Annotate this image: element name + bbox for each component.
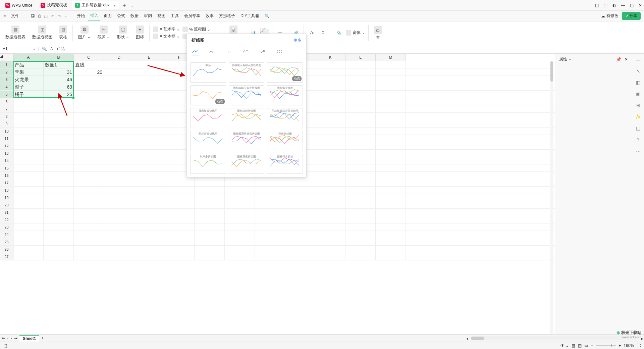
cell[interactable]	[164, 223, 195, 231]
cell[interactable]	[134, 246, 164, 253]
cell[interactable]	[134, 98, 164, 105]
cell[interactable]	[376, 238, 406, 245]
cell[interactable]	[104, 164, 134, 171]
screenshot-button[interactable]: ✂截屏 ⌄	[95, 25, 112, 41]
cell[interactable]	[255, 194, 285, 201]
cell[interactable]	[315, 120, 345, 127]
chart-thumbnail[interactable]: 展示多折线图	[190, 154, 226, 174]
reading-view-icon[interactable]: ▭	[584, 343, 588, 348]
tab-workbook[interactable]: S工作簿数量.xlsx●	[72, 1, 119, 9]
cell[interactable]	[345, 201, 376, 208]
cell[interactable]	[315, 216, 345, 223]
row-header[interactable]: 13	[0, 150, 13, 157]
cell[interactable]	[345, 142, 376, 149]
cell[interactable]	[74, 194, 104, 201]
cell[interactable]	[134, 179, 164, 186]
cell[interactable]	[74, 238, 104, 245]
cell[interactable]	[74, 201, 104, 208]
cell[interactable]	[44, 216, 74, 223]
cell[interactable]	[345, 61, 376, 68]
cell[interactable]	[195, 209, 225, 216]
cell[interactable]	[74, 164, 104, 171]
cell[interactable]	[195, 253, 225, 260]
attachment-icon[interactable]: 📎	[334, 29, 343, 37]
menu-view[interactable]: 视图	[155, 12, 167, 20]
cell[interactable]	[345, 76, 376, 83]
cell[interactable]	[225, 223, 255, 231]
style-icon[interactable]: ◧	[636, 80, 640, 85]
pin-icon[interactable]: 📌	[616, 57, 621, 62]
fx-side-icon[interactable]: ⊞	[636, 103, 640, 108]
cell[interactable]	[225, 194, 255, 201]
cell[interactable]	[13, 231, 44, 238]
save-icon[interactable]: 🖫	[31, 14, 35, 18]
cell[interactable]	[376, 223, 406, 231]
cell[interactable]: 20	[74, 68, 104, 76]
avatar-icon[interactable]: ◐	[612, 3, 616, 8]
collapse-icon[interactable]: —	[636, 57, 641, 62]
cell[interactable]	[44, 105, 74, 112]
cell[interactable]	[285, 238, 315, 245]
cell[interactable]	[13, 142, 44, 149]
col-header[interactable]: M	[376, 54, 406, 61]
cell[interactable]	[44, 98, 74, 105]
cell[interactable]	[104, 98, 134, 105]
cell[interactable]	[134, 105, 164, 112]
cell[interactable]	[104, 223, 134, 231]
cell[interactable]	[164, 246, 195, 253]
cell[interactable]	[376, 194, 406, 201]
chart-thumbnail[interactable]: 单品	[190, 62, 226, 83]
cell[interactable]	[376, 172, 406, 179]
maximize-icon[interactable]: ▢	[630, 3, 634, 8]
cell[interactable]	[74, 179, 104, 186]
sheet-tab[interactable]: Sheet1	[19, 335, 39, 342]
fx-icon[interactable]: fx	[50, 47, 53, 51]
chart-thumbnail[interactable]: 图标得分折线	[267, 154, 303, 174]
cell[interactable]	[74, 135, 104, 142]
cell[interactable]	[376, 113, 406, 120]
cell[interactable]	[134, 231, 164, 238]
cell[interactable]	[13, 98, 44, 105]
cell[interactable]	[345, 179, 376, 186]
cell[interactable]	[164, 231, 195, 238]
cell[interactable]	[44, 150, 74, 157]
cell[interactable]	[13, 238, 44, 245]
line-type-step-icon[interactable]	[225, 48, 232, 55]
cell[interactable]	[255, 238, 285, 245]
cell[interactable]	[44, 142, 74, 149]
cell[interactable]	[376, 135, 406, 142]
menu-diy[interactable]: DIY工具箱	[238, 12, 261, 20]
cell[interactable]: 直线	[74, 61, 104, 68]
line-type-multi-icon[interactable]	[259, 48, 266, 55]
cell[interactable]	[104, 172, 134, 179]
cell[interactable]	[74, 253, 104, 260]
cell[interactable]	[13, 105, 44, 112]
row-header[interactable]: 19	[0, 194, 13, 201]
cell[interactable]	[104, 253, 134, 260]
cell[interactable]	[44, 187, 74, 194]
cell[interactable]	[104, 68, 134, 76]
cell[interactable]	[255, 216, 285, 223]
print-icon[interactable]: ⎙	[38, 14, 41, 18]
row-header[interactable]: 18	[0, 187, 13, 194]
cell[interactable]	[74, 209, 104, 216]
menu-data[interactable]: 数据	[128, 12, 141, 20]
cell[interactable]: 橘子	[13, 91, 44, 98]
layer-icon[interactable]: ▣	[636, 91, 640, 97]
cell[interactable]	[315, 157, 345, 164]
cell[interactable]	[74, 113, 104, 120]
cell[interactable]	[134, 209, 164, 216]
zoom-out-icon[interactable]: −	[591, 343, 593, 348]
cell[interactable]	[134, 91, 164, 98]
cell[interactable]	[134, 238, 164, 245]
more-icon[interactable]: ⋯	[636, 149, 641, 154]
cell[interactable]	[315, 128, 345, 135]
cell[interactable]	[44, 201, 74, 208]
cell[interactable]	[195, 187, 225, 194]
cell[interactable]	[315, 61, 345, 68]
cell[interactable]	[345, 164, 376, 171]
cell[interactable]	[225, 231, 255, 238]
cell[interactable]	[315, 91, 345, 98]
cell[interactable]	[315, 231, 345, 238]
row-header[interactable]: 5	[0, 91, 13, 98]
